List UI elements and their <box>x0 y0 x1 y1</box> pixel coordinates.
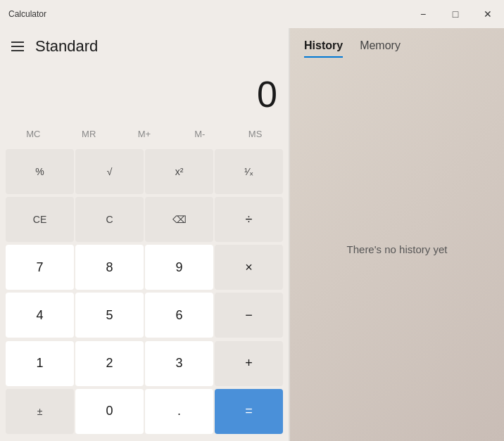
calculator-panel: Standard 0 MC MR M+ M- MS % √ x² ¹⁄ₓ CE … <box>0 28 289 441</box>
mminus-button[interactable]: M- <box>172 121 227 146</box>
maximize-button[interactable]: □ <box>439 0 472 28</box>
percent-button[interactable]: % <box>6 149 74 194</box>
calc-display: 0 <box>0 65 289 121</box>
ce-button[interactable]: CE <box>6 197 74 242</box>
button-grid: % √ x² ¹⁄ₓ CE C ⌫ ÷ 7 8 9 × 4 5 6 − 1 2 … <box>0 149 289 441</box>
title-controls: − □ ✕ <box>407 0 504 28</box>
xsquared-button[interactable]: x² <box>145 149 213 194</box>
0-button[interactable]: 0 <box>75 389 144 434</box>
title-bar: Calculator − □ ✕ <box>0 0 504 28</box>
add-button[interactable]: + <box>215 341 283 386</box>
8-button[interactable]: 8 <box>75 245 144 290</box>
decimal-button[interactable]: . <box>145 389 213 434</box>
close-button[interactable]: ✕ <box>472 0 504 28</box>
no-history-label: There's no history yet <box>347 243 448 255</box>
9-button[interactable]: 9 <box>145 245 213 290</box>
negate-button[interactable]: ± <box>6 389 74 434</box>
reciprocal-button[interactable]: ¹⁄ₓ <box>215 149 283 194</box>
menu-button[interactable] <box>11 41 24 51</box>
4-button[interactable]: 4 <box>6 293 74 338</box>
display-value: 0 <box>257 73 277 115</box>
tab-history[interactable]: History <box>304 39 343 58</box>
main-area: Standard 0 MC MR M+ M- MS % √ x² ¹⁄ₓ CE … <box>0 28 504 441</box>
right-panel: History Memory There's no history yet <box>290 28 504 441</box>
divide-button[interactable]: ÷ <box>215 197 283 242</box>
memory-row: MC MR M+ M- MS <box>0 121 289 146</box>
equals-button[interactable]: = <box>215 389 283 434</box>
ms-button[interactable]: MS <box>227 121 283 146</box>
app-title: Calculator <box>8 9 46 19</box>
2-button[interactable]: 2 <box>75 341 144 386</box>
backspace-button[interactable]: ⌫ <box>145 197 213 242</box>
mr-button[interactable]: MR <box>61 121 117 146</box>
5-button[interactable]: 5 <box>75 293 144 338</box>
calc-header: Standard <box>0 28 289 65</box>
c-button[interactable]: C <box>75 197 144 242</box>
7-button[interactable]: 7 <box>6 245 74 290</box>
tabs-bar: History Memory <box>290 39 504 58</box>
mc-button[interactable]: MC <box>6 121 61 146</box>
multiply-button[interactable]: × <box>215 245 283 290</box>
tab-memory[interactable]: Memory <box>360 39 401 58</box>
subtract-button[interactable]: − <box>215 293 283 338</box>
minimize-button[interactable]: − <box>407 0 439 28</box>
3-button[interactable]: 3 <box>145 341 213 386</box>
sqrt-button[interactable]: √ <box>75 149 144 194</box>
6-button[interactable]: 6 <box>145 293 213 338</box>
1-button[interactable]: 1 <box>6 341 74 386</box>
history-content: There's no history yet <box>290 58 504 441</box>
mplus-button[interactable]: M+ <box>117 121 172 146</box>
calc-mode-title: Standard <box>35 37 98 56</box>
title-bar-left: Calculator <box>8 9 46 19</box>
